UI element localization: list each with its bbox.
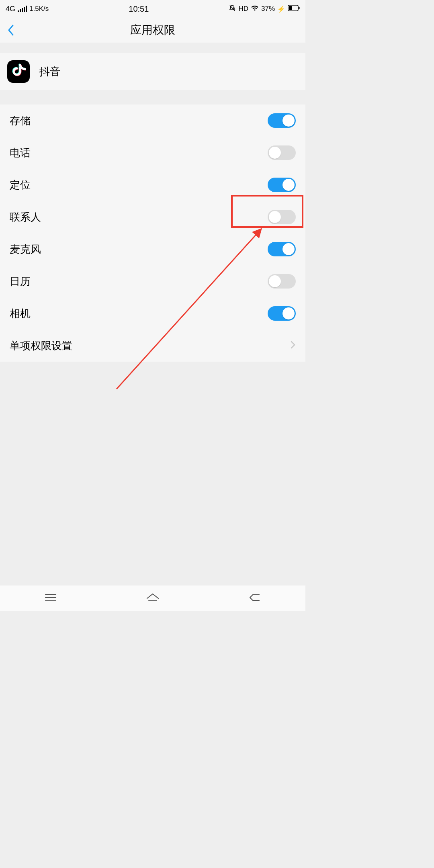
perm-toggle-phone[interactable] [268, 145, 296, 160]
perm-toggle-calendar[interactable] [268, 274, 296, 289]
battery-icon [288, 5, 300, 13]
app-header: 抖音 [0, 53, 305, 90]
perm-toggle-storage[interactable] [268, 113, 296, 128]
perm-label: 麦克风 [10, 242, 41, 256]
perm-row-mic: 麦克风 [0, 233, 305, 265]
perm-label: 电话 [10, 146, 31, 160]
perm-label: 相机 [10, 307, 31, 321]
perm-row-camera: 相机 [0, 297, 305, 330]
network-speed: 1.5K/s [29, 5, 49, 13]
wifi-icon [251, 5, 259, 13]
battery-pct: 37% [261, 5, 275, 13]
perm-row-storage: 存储 [0, 104, 305, 137]
app-name: 抖音 [39, 65, 60, 79]
page-title: 应用权限 [130, 23, 175, 38]
nav-back-button[interactable] [249, 593, 261, 604]
perm-label: 联系人 [10, 210, 41, 224]
system-nav-bar [0, 585, 305, 611]
perm-row-phone: 电话 [0, 137, 305, 169]
perm-row-contacts: 联系人 [0, 201, 305, 233]
back-button[interactable] [7, 24, 19, 36]
status-left: 4G 1.5K/s [6, 5, 49, 13]
perm-row-single-settings[interactable]: 单项权限设置 [0, 330, 305, 362]
status-time: 10:51 [129, 4, 149, 14]
perm-label: 定位 [10, 178, 31, 192]
svg-rect-3 [299, 7, 300, 9]
perm-toggle-contacts[interactable] [268, 210, 296, 224]
perm-row-calendar: 日历 [0, 265, 305, 297]
signal-icon [18, 6, 27, 12]
permission-list: 存储 电话 定位 联系人 麦克风 日历 相机 单项权限设置 [0, 104, 305, 362]
perm-toggle-location[interactable] [268, 178, 296, 192]
svg-rect-2 [289, 6, 292, 10]
network-label: 4G [6, 5, 15, 13]
perm-row-location: 定位 [0, 169, 305, 201]
perm-label: 日历 [10, 274, 31, 289]
perm-toggle-camera[interactable] [268, 306, 296, 321]
chevron-right-icon [290, 340, 296, 351]
mute-icon [229, 4, 236, 14]
nav-recent-button[interactable] [45, 593, 57, 604]
status-right: HD 37% ⚡ [229, 4, 300, 14]
hd-label: HD [238, 5, 248, 13]
nav-home-button[interactable] [146, 593, 159, 604]
title-bar: 应用权限 [0, 18, 305, 43]
perm-label: 单项权限设置 [10, 339, 72, 353]
perm-label: 存储 [10, 114, 31, 128]
status-bar: 4G 1.5K/s 10:51 HD 37% ⚡ [0, 0, 305, 18]
charging-icon: ⚡ [277, 5, 285, 13]
app-icon [7, 60, 30, 83]
perm-toggle-mic[interactable] [268, 242, 296, 256]
